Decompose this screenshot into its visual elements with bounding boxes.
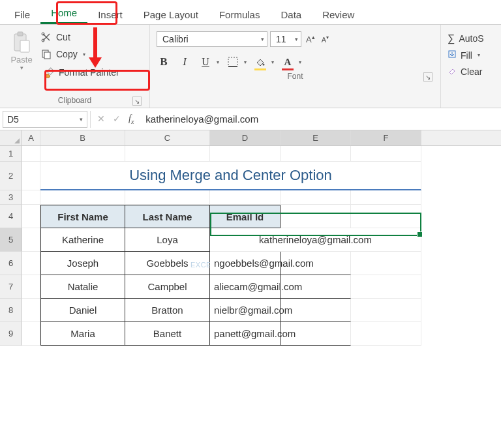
cell[interactable] bbox=[40, 146, 125, 162]
increase-font-size-button[interactable]: A▴ bbox=[304, 34, 317, 44]
table-cell[interactable]: Maria bbox=[40, 322, 125, 346]
cell[interactable] bbox=[210, 190, 281, 205]
table-cell[interactable]: Natalie bbox=[40, 275, 125, 299]
table-cell[interactable]: aliecam@gmail.com bbox=[210, 275, 281, 299]
chevron-down-icon: ▾ bbox=[291, 36, 298, 42]
formula-input[interactable] bbox=[140, 111, 501, 128]
paste-button[interactable]: Paste ▾ bbox=[7, 29, 37, 93]
row-header[interactable]: 6 bbox=[0, 252, 22, 275]
tab-formulas[interactable]: Formulas bbox=[209, 4, 271, 24]
table-header[interactable]: Email Id bbox=[210, 205, 281, 228]
decrease-font-size-button[interactable]: A▾ bbox=[320, 35, 331, 44]
row-header[interactable]: 4 bbox=[0, 205, 22, 228]
cell[interactable] bbox=[351, 190, 421, 205]
cell[interactable] bbox=[351, 205, 421, 228]
col-header[interactable]: F bbox=[351, 130, 421, 145]
tab-page-layout[interactable]: Page Layout bbox=[133, 4, 209, 24]
cut-button[interactable]: Cut bbox=[40, 31, 122, 43]
cell[interactable] bbox=[351, 252, 421, 275]
row-header[interactable]: 3 bbox=[0, 190, 22, 205]
dialog-launcher-icon[interactable]: ↘ bbox=[423, 72, 433, 82]
cell[interactable] bbox=[210, 146, 281, 162]
format-painter-button[interactable]: Format Painter bbox=[40, 65, 122, 80]
cell[interactable] bbox=[22, 252, 40, 275]
row-header[interactable]: 2 bbox=[0, 162, 22, 190]
underline-button[interactable]: U bbox=[198, 55, 213, 69]
tab-data[interactable]: Data bbox=[270, 4, 312, 24]
title-cell[interactable]: Using Merge and Center Option bbox=[40, 162, 421, 190]
font-name-combo[interactable]: Calibri ▾ bbox=[157, 31, 267, 47]
name-box[interactable]: D5 ▾ bbox=[3, 111, 87, 128]
cell[interactable] bbox=[22, 190, 40, 205]
col-header[interactable]: D bbox=[210, 130, 281, 145]
cell[interactable] bbox=[22, 162, 40, 190]
cell[interactable] bbox=[125, 146, 210, 162]
cell[interactable] bbox=[281, 190, 351, 205]
tab-insert[interactable]: Insert bbox=[87, 4, 133, 24]
table-cell[interactable]: Bratton bbox=[125, 299, 210, 322]
col-header[interactable]: C bbox=[125, 130, 210, 145]
table-cell-merged[interactable]: katherineloya@gmail.com bbox=[210, 228, 421, 252]
cell[interactable] bbox=[281, 146, 351, 162]
cell[interactable] bbox=[125, 190, 210, 205]
fill-color-button[interactable] bbox=[253, 55, 267, 69]
table-cell[interactable]: Loya bbox=[125, 228, 210, 252]
cell[interactable] bbox=[351, 275, 421, 299]
fill-button[interactable]: Fill ▾ bbox=[448, 50, 494, 61]
table-cell[interactable]: Banett bbox=[125, 322, 210, 346]
borders-button[interactable] bbox=[226, 55, 240, 69]
cell[interactable] bbox=[281, 205, 351, 228]
font-size-combo[interactable]: 11 ▾ bbox=[270, 31, 301, 47]
cell[interactable] bbox=[22, 205, 40, 228]
scissors-icon bbox=[40, 31, 52, 43]
cell[interactable] bbox=[22, 146, 40, 162]
row-header[interactable]: 5 bbox=[0, 228, 22, 252]
tab-file[interactable]: File bbox=[4, 4, 40, 24]
table-cell[interactable]: Daniel bbox=[40, 299, 125, 322]
cell[interactable] bbox=[351, 146, 421, 162]
col-header[interactable]: B bbox=[40, 130, 125, 145]
table-header[interactable]: First Name bbox=[40, 205, 125, 228]
cell[interactable] bbox=[22, 275, 40, 299]
font-color-button[interactable]: A bbox=[281, 55, 295, 69]
table-cell[interactable]: Campbel bbox=[125, 275, 210, 299]
chevron-down-icon: ▾ bbox=[299, 59, 301, 65]
fx-icon[interactable]: fx bbox=[129, 113, 134, 125]
dialog-launcher-icon[interactable]: ↘ bbox=[132, 97, 142, 106]
cell[interactable] bbox=[351, 322, 421, 346]
table-cell[interactable]: panett@gmail.com bbox=[210, 322, 281, 346]
cell[interactable] bbox=[40, 190, 125, 205]
paste-icon bbox=[12, 31, 31, 53]
row-header[interactable]: 1 bbox=[0, 146, 22, 162]
tab-home[interactable]: Home bbox=[40, 2, 87, 24]
cell[interactable] bbox=[22, 299, 40, 322]
row-header[interactable]: 8 bbox=[0, 299, 22, 322]
col-header[interactable]: E bbox=[281, 130, 351, 145]
clear-button[interactable]: Clear bbox=[448, 66, 494, 77]
table-cell[interactable]: Joseph bbox=[40, 252, 125, 275]
col-header[interactable]: A bbox=[22, 130, 40, 145]
font-name-value: Calibri bbox=[162, 34, 189, 44]
table-cell[interactable]: ngoebbels@gmail.com bbox=[210, 252, 281, 275]
table-cell[interactable]: Goebbels bbox=[125, 252, 210, 275]
table-cell[interactable]: nielbr@gmail.com bbox=[210, 299, 281, 322]
clear-label: Clear bbox=[461, 67, 482, 77]
enter-icon[interactable]: ✓ bbox=[113, 113, 121, 124]
autosum-button[interactable]: ∑ AutoS bbox=[448, 33, 494, 44]
italic-button[interactable]: I bbox=[177, 55, 192, 69]
cell[interactable] bbox=[22, 322, 40, 346]
select-all-corner[interactable] bbox=[0, 130, 22, 145]
row-header[interactable]: 9 bbox=[0, 322, 22, 346]
cell[interactable] bbox=[351, 299, 421, 322]
fill-label: Fill bbox=[461, 50, 472, 61]
cell[interactable] bbox=[22, 228, 40, 252]
cancel-icon[interactable]: ✕ bbox=[97, 113, 105, 124]
svg-rect-1 bbox=[18, 32, 23, 36]
tab-review[interactable]: Review bbox=[312, 4, 365, 24]
bold-button[interactable]: B bbox=[157, 55, 171, 69]
svg-rect-8 bbox=[228, 57, 237, 67]
table-header[interactable]: Last Name bbox=[125, 205, 210, 228]
copy-button[interactable]: Copy ▾ bbox=[40, 48, 122, 60]
table-cell[interactable]: Katherine bbox=[40, 228, 125, 252]
row-header[interactable]: 7 bbox=[0, 275, 22, 299]
